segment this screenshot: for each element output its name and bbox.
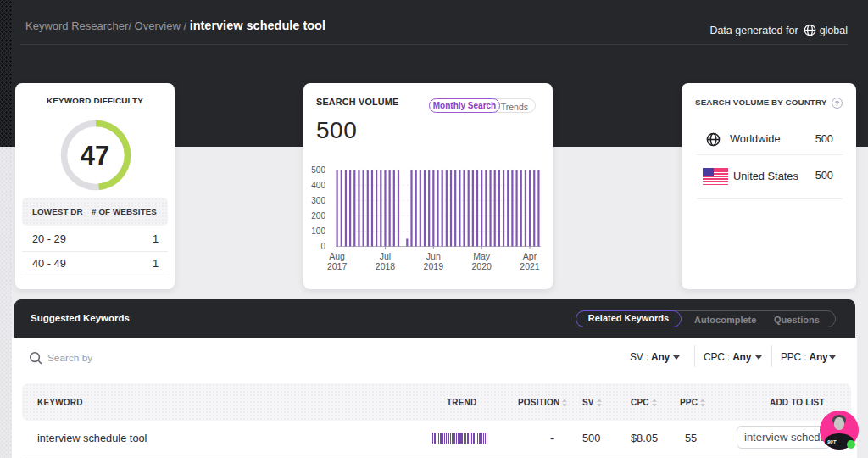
- svg-text:2020: 2020: [472, 261, 492, 271]
- svg-text:500: 500: [311, 165, 326, 175]
- svg-text:2021: 2021: [520, 261, 540, 271]
- svg-text:200: 200: [311, 211, 326, 221]
- svg-text:Jun: Jun: [426, 251, 441, 261]
- svg-text:0: 0: [320, 242, 326, 251]
- svg-text:300: 300: [311, 196, 326, 205]
- svg-text:Apr: Apr: [523, 251, 537, 261]
- svg-text:400: 400: [311, 181, 326, 190]
- svg-text:2018: 2018: [376, 261, 396, 271]
- svg-text:2019: 2019: [424, 261, 444, 271]
- svg-text:100: 100: [311, 226, 326, 236]
- svg-text:May: May: [473, 251, 491, 261]
- svg-text:Jul: Jul: [380, 251, 391, 261]
- svg-text:2017: 2017: [327, 261, 348, 271]
- svg-text:Aug: Aug: [329, 251, 345, 261]
